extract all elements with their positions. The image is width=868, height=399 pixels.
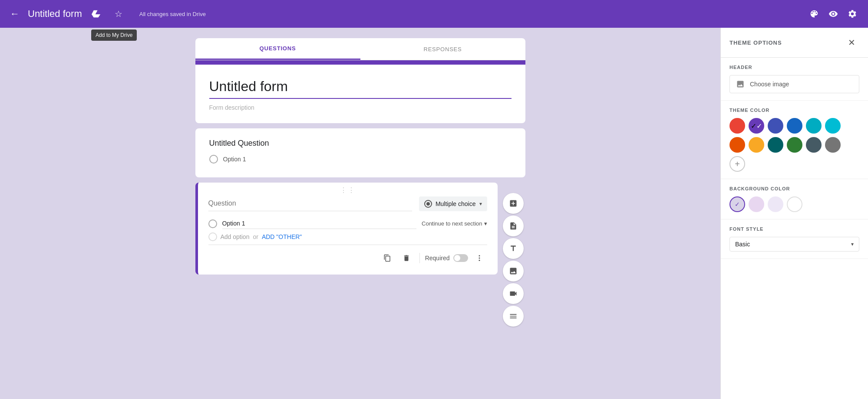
- color-green[interactable]: [787, 137, 802, 153]
- header-section: HEADER Choose image: [721, 58, 868, 101]
- static-option-label: Option 1: [223, 156, 246, 163]
- add-section-button[interactable]: [503, 306, 524, 327]
- close-icon: ✕: [848, 37, 855, 48]
- star-button[interactable]: ☆: [110, 5, 127, 23]
- add-title-button[interactable]: [503, 238, 524, 259]
- theme-color-section: THEME COLOR ✓ +: [721, 101, 868, 179]
- color-blue[interactable]: [787, 118, 802, 134]
- title-icon: [509, 244, 518, 253]
- topbar-left: ← Untitled form ☆ All changes saved in D…: [7, 5, 206, 23]
- required-toggle[interactable]: [453, 254, 468, 262]
- add-option-text[interactable]: Add option: [221, 233, 250, 240]
- radio-filled-icon: [424, 200, 432, 208]
- form-main-title[interactable]: Untitled form: [209, 78, 512, 99]
- type-label: Multiple choice: [436, 200, 476, 207]
- font-style-section: FONT STYLE Basic ▾: [721, 219, 868, 259]
- import-question-button[interactable]: [503, 216, 524, 236]
- divider-vertical: [419, 253, 420, 263]
- font-style-label: FONT STYLE: [729, 226, 859, 232]
- image-placeholder-icon: [736, 80, 745, 88]
- copy-icon: [383, 254, 391, 262]
- form-description[interactable]: Form description: [209, 104, 512, 111]
- theme-panel-title: THEME OPTIONS: [729, 39, 782, 46]
- right-actions-panel: [501, 190, 525, 330]
- section-icon: [509, 312, 518, 321]
- image-icon: [509, 267, 518, 275]
- tab-responses[interactable]: RESPONSES: [360, 38, 525, 60]
- form-header-bar: [195, 60, 525, 65]
- add-image-button[interactable]: [503, 261, 524, 281]
- drive-icon-button[interactable]: [87, 5, 105, 23]
- palette-button[interactable]: [805, 5, 823, 23]
- video-icon: [509, 289, 518, 298]
- card-divider: [208, 245, 487, 245]
- next-section-dropdown[interactable]: Continue to next section ▾: [422, 220, 487, 227]
- color-light-cyan[interactable]: [825, 118, 841, 134]
- required-row: Required: [425, 254, 468, 262]
- color-red[interactable]: [729, 118, 745, 134]
- tooltip-text: Add to My Drive: [96, 32, 132, 38]
- font-chevron-icon: ▾: [851, 241, 854, 247]
- color-blue-grey[interactable]: [806, 137, 822, 153]
- color-add-button[interactable]: +: [729, 156, 745, 172]
- bg-color-white[interactable]: [787, 196, 802, 212]
- radio-circle-placeholder: [208, 232, 217, 241]
- saved-text: All changes saved in Drive: [139, 11, 206, 17]
- color-grid: ✓ +: [729, 118, 859, 172]
- more-options-button[interactable]: [472, 250, 487, 266]
- font-dropdown[interactable]: Basic ▾: [729, 237, 859, 252]
- topbar-right: [805, 5, 861, 23]
- card-bottom-row: Required: [208, 249, 487, 268]
- svg-point-2: [479, 260, 480, 261]
- bg-color-very-light-purple[interactable]: [768, 196, 783, 212]
- color-grey[interactable]: [825, 137, 841, 153]
- form-title: Untitled form: [28, 8, 82, 20]
- theme-close-button[interactable]: ✕: [844, 35, 859, 50]
- palette-icon: [809, 9, 819, 19]
- main-area: QUESTIONS RESPONSES Untitled form Form d…: [0, 28, 868, 399]
- color-amber[interactable]: [749, 137, 764, 153]
- star-icon: ☆: [115, 9, 122, 19]
- import-icon: [509, 222, 518, 230]
- topbar: ← Untitled form ☆ All changes saved in D…: [0, 0, 868, 28]
- duplicate-button[interactable]: [380, 250, 395, 266]
- trash-icon: [403, 254, 410, 262]
- next-section-chevron: ▾: [484, 220, 487, 227]
- bg-color-selected[interactable]: ✓: [729, 196, 745, 212]
- add-other-button[interactable]: ADD "OTHER": [262, 233, 302, 240]
- color-indigo[interactable]: [768, 118, 783, 134]
- active-question-card: ⋮⋮ Multiple choice ▾: [195, 183, 498, 275]
- gear-icon: [848, 9, 857, 19]
- bg-color-label: BACKGROUND COLOR: [729, 186, 859, 191]
- active-top-row: Multiple choice ▾: [208, 196, 487, 211]
- theme-panel: THEME OPTIONS ✕ HEADER Choose image THEM…: [720, 28, 868, 399]
- color-cyan[interactable]: [806, 118, 822, 134]
- drive-icon: [91, 9, 101, 19]
- radio-circle-active: [208, 219, 217, 228]
- choose-image-button[interactable]: Choose image: [729, 75, 859, 93]
- static-option-row: Option 1: [209, 155, 512, 164]
- more-vert-icon: [475, 254, 483, 262]
- color-deep-orange[interactable]: [729, 137, 745, 153]
- settings-button[interactable]: [844, 5, 861, 23]
- color-teal[interactable]: [768, 137, 783, 153]
- add-icon: [509, 199, 518, 208]
- color-purple[interactable]: ✓: [749, 118, 764, 134]
- static-question-card: Untitled Question Option 1: [195, 128, 525, 177]
- preview-button[interactable]: [825, 5, 842, 23]
- tabs-bar: QUESTIONS RESPONSES: [195, 38, 525, 60]
- delete-button[interactable]: [399, 250, 414, 266]
- add-question-button[interactable]: [503, 193, 524, 214]
- radio-circle-static: [209, 155, 218, 164]
- chevron-down-icon: ▾: [479, 201, 482, 207]
- add-video-button[interactable]: [503, 283, 524, 304]
- tab-questions[interactable]: QUESTIONS: [195, 38, 360, 60]
- back-button[interactable]: ←: [7, 6, 23, 22]
- header-label: HEADER: [729, 65, 859, 70]
- type-dropdown[interactable]: Multiple choice ▾: [419, 196, 487, 211]
- question-input[interactable]: [208, 196, 412, 211]
- bg-color-light-purple[interactable]: [749, 196, 764, 212]
- active-card-body: Multiple choice ▾ Continue to next secti…: [198, 196, 498, 275]
- option-1-input[interactable]: [222, 218, 417, 229]
- tooltip: Add to My Drive: [91, 29, 137, 41]
